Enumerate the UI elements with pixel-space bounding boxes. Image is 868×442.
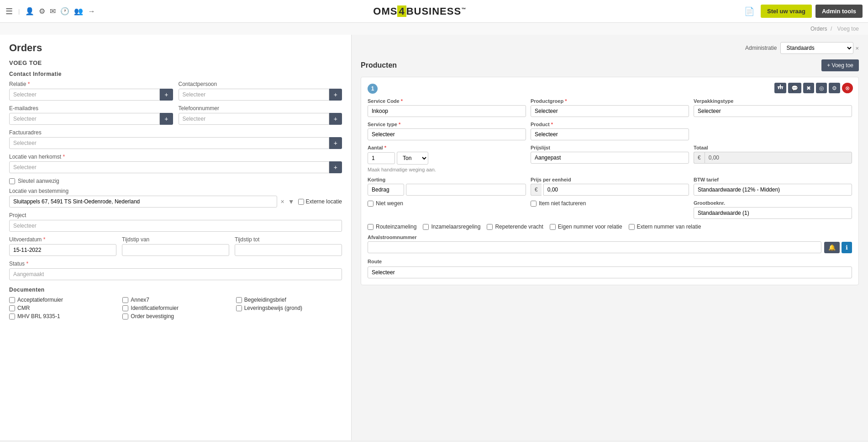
product-select[interactable]: Selecteer — [531, 128, 689, 140]
afvalstroom-bell-button[interactable]: 🔔 — [824, 242, 840, 253]
tijdstip-tot-group: Tijdstip tot — [235, 236, 342, 256]
inzamelaarsregeling-label: Inzamelaarsregeling — [423, 224, 480, 230]
sleutel-row: Sleutel aanwezig — [9, 178, 342, 184]
verpakkingstype-select[interactable]: Selecteer — [694, 105, 852, 117]
doc-annex7-checkbox[interactable] — [122, 297, 128, 303]
doc-leveringsbewijs-checkbox[interactable] — [236, 305, 242, 311]
aantal-unit-select[interactable]: Ton Kg Liter Stuks — [397, 152, 428, 165]
maak-handmatig-note: Maak handmatige weging aan. — [368, 167, 526, 172]
service-code-select[interactable]: Inkoop — [368, 105, 526, 117]
stel-uw-vraag-button[interactable]: Stel uw vraag — [761, 5, 812, 18]
afvalstroom-info-button[interactable]: ℹ — [842, 242, 852, 253]
relatie-add-button[interactable]: + — [160, 89, 173, 101]
relatie-select[interactable]: Selecteer — [9, 89, 160, 101]
aantal-input[interactable]: 1 — [368, 152, 395, 164]
contactpersoon-label: Contactpersoon — [179, 81, 342, 87]
emailadres-input-group: Selecteer + — [9, 113, 173, 125]
product-action-robot-button[interactable]: ⚙ — [829, 83, 840, 93]
product-action-tree-button[interactable] — [774, 83, 786, 93]
right-panel: Administratie Standaards × Producten + V… — [352, 35, 868, 440]
product-label: Product * — [531, 122, 689, 127]
clock-icon[interactable]: 🕐 — [60, 7, 69, 16]
admin-clear-icon[interactable]: × — [855, 45, 859, 52]
repeterende-vracht-checkbox[interactable] — [487, 224, 493, 230]
topnav: ☰ | 👤 ⚙ ✉ 🕐 👥 → OMS4BUSINESS™ 📄 Stel uw … — [0, 0, 868, 23]
contactpersoon-add-button[interactable]: + — [329, 89, 342, 101]
breadcrumb-orders[interactable]: Orders — [810, 26, 827, 32]
extern-nummer-checkbox[interactable] — [629, 224, 635, 230]
aantal-label: Aantal * — [368, 145, 526, 150]
locatie-bestemming-clear-button[interactable]: × — [281, 198, 284, 205]
product-action-delete-button[interactable]: ✖ — [803, 83, 814, 93]
uitvoerdatum-input[interactable]: 15-11-2022 — [9, 244, 116, 256]
doc-leveringsbewijs: Leveringsbewijs (grond) — [236, 305, 342, 311]
doc-acceptatieformuier-checkbox[interactable] — [9, 297, 15, 303]
grootboeknr-select[interactable]: Standaardwaarde (1) — [694, 207, 852, 219]
doc-begeleidingsbrief: Begeleidingsbrief — [236, 297, 342, 303]
prijs-per-eenheid-input[interactable]: 0,00 — [543, 184, 689, 196]
service-type-select[interactable]: Selecteer — [368, 128, 526, 140]
locatie-herkomst-select[interactable]: Selecteer — [9, 161, 329, 173]
btw-tarief-select[interactable]: Standaardwaarde (12% - Midden) — [694, 184, 852, 196]
route-select[interactable]: Selecteer — [368, 266, 852, 278]
doc-mhv-checkbox[interactable] — [9, 314, 15, 320]
factuuradres-select[interactable]: Selecteer — [9, 137, 329, 149]
admin-tools-button[interactable]: Admin tools — [815, 5, 863, 18]
locatie-bestemming-dropdown-button[interactable]: ▼ — [288, 198, 295, 205]
doc-mhv: MHV BRL 9335-1 — [9, 313, 115, 320]
checkboxes-wide-row: Routeinzameling Inzamelaarsregeling Repe… — [368, 224, 852, 230]
product-action-stop-button[interactable]: ⊗ — [842, 83, 853, 93]
hamburger-icon[interactable]: ☰ — [5, 6, 13, 16]
emailadres-select[interactable]: Selecteer — [9, 113, 160, 125]
productgroep-select[interactable]: Selecteer — [531, 105, 689, 117]
admin-select[interactable]: Standaards — [780, 42, 853, 54]
inzamelaarsregeling-checkbox[interactable] — [423, 224, 429, 230]
contactpersoon-select[interactable]: Selecteer — [179, 89, 329, 101]
doc-begeleidingsbrief-checkbox[interactable] — [236, 297, 242, 303]
eigen-nummer-checkbox[interactable] — [550, 224, 556, 230]
doc-orderbevestiging-checkbox[interactable] — [122, 314, 128, 320]
user-icon[interactable]: 👤 — [25, 7, 34, 16]
emailadres-add-button[interactable]: + — [160, 113, 173, 125]
doc-identificatieformuier-checkbox[interactable] — [122, 305, 128, 311]
voeg-toe-section: VOEG TOE Contact Informatie Relatie * Se… — [9, 59, 342, 320]
product-action-location-button[interactable]: ◎ — [816, 83, 827, 93]
project-select[interactable]: Selecteer — [9, 220, 342, 232]
niet-wegen-checkbox[interactable] — [368, 201, 374, 207]
product-voeg-toe-button[interactable]: + Voeg toe — [821, 59, 859, 71]
factuuradres-row: Factuuradres Selecteer + — [9, 129, 342, 149]
locatie-bestemming-input[interactable]: Sluitappels 67, 5491 TS Sint-Oedenrode, … — [9, 196, 277, 208]
item-niet-factureren-checkbox[interactable] — [531, 201, 537, 207]
locatie-herkomst-add-button[interactable]: + — [329, 161, 342, 173]
item-niet-factureren-group: Item niet factureren — [531, 200, 689, 219]
factuuradres-group: Factuuradres Selecteer + — [9, 129, 342, 149]
project-group: Project Selecteer — [9, 212, 342, 232]
telefoonnummer-select[interactable]: Selecteer — [179, 113, 329, 125]
status-select[interactable]: Aangemaakt — [9, 268, 342, 280]
prijs-per-eenheid-input-row: € 0,00 — [531, 184, 689, 196]
sleutel-checkbox[interactable] — [9, 178, 15, 184]
tijdstip-tot-input[interactable] — [235, 244, 342, 256]
tijdstip-van-input[interactable] — [122, 244, 229, 256]
forward-icon[interactable]: → — [88, 7, 95, 16]
routeinzameling-checkbox[interactable] — [368, 224, 374, 230]
doc-orderbevestiging: Order bevestiging — [122, 313, 228, 320]
group-icon[interactable]: 👥 — [74, 7, 83, 16]
doc-cmr-checkbox[interactable] — [9, 305, 15, 311]
factuuradres-add-button[interactable]: + — [329, 137, 342, 149]
sleutel-label: Sleutel aanwezig — [18, 178, 59, 184]
korting-value-input[interactable] — [406, 184, 526, 196]
left-panel: Orders VOEG TOE Contact Informatie Relat… — [0, 35, 352, 440]
product-action-chat-button[interactable]: 💬 — [788, 83, 801, 93]
totaal-input[interactable]: 0,00 — [705, 152, 852, 164]
telefoonnummer-add-button[interactable]: + — [329, 113, 342, 125]
settings-icon[interactable]: ⚙ — [39, 7, 45, 16]
afvalstroomnummer-input[interactable] — [368, 241, 821, 253]
productgroep-group: Productgroep * Selecteer — [531, 98, 689, 117]
mail-icon[interactable]: ✉ — [50, 7, 56, 16]
extern-locatie-checkbox[interactable] — [298, 199, 304, 205]
document-icon[interactable]: 📄 — [744, 6, 754, 16]
prijslijst-select[interactable]: Aangepast — [531, 152, 689, 164]
korting-type-select[interactable]: Bedrag Percentage — [368, 184, 404, 196]
topnav-right: 📄 Stel uw vraag Admin tools — [744, 5, 863, 18]
